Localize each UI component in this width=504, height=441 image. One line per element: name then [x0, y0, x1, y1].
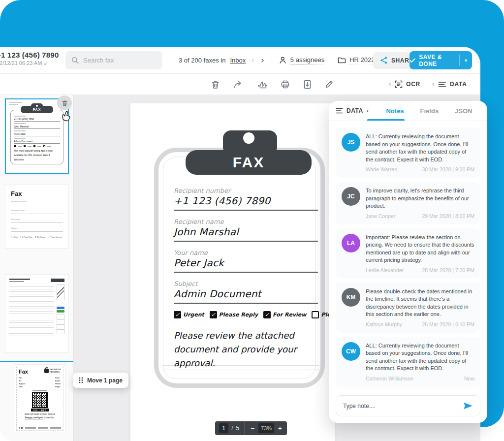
fax-fields: Recipient number +1 123 (456) 7890 Recip… — [174, 187, 318, 304]
check-icon — [410, 58, 415, 63]
save-done-button[interactable]: SAVE & DONE ▾ — [410, 51, 472, 69]
checkbox-icon — [312, 311, 319, 318]
search-input[interactable] — [83, 57, 157, 64]
inbox-link[interactable]: Inbox — [230, 57, 246, 64]
note-timestamp: 28 Mar 2020 | 7:30 PM — [422, 267, 474, 273]
cover-footer: iFax — [19, 425, 61, 429]
search-box[interactable] — [65, 51, 162, 69]
folder-chip[interactable]: HR 2022 — [338, 56, 375, 65]
fax-sender-block: +1 123 (456) 7890 22/12/21 06:23 AM ↙ — [0, 51, 59, 66]
data-panel-toggle[interactable]: ‹ DATA — [432, 74, 467, 94]
note-text: To improve clarity, let's rephrase the t… — [366, 187, 474, 210]
form-doc-signature — [57, 284, 64, 300]
page-thumbnail-4[interactable]: Fax ENCRYPTED FACSIMILE Fax:To:Subject:D… — [14, 364, 66, 433]
collapse-chevron-icon: ‹ — [432, 80, 435, 89]
delete-button[interactable] — [211, 80, 220, 89]
blank-fax-checkbox: Urgent — [11, 236, 18, 238]
avatar: JC — [342, 187, 360, 206]
note-input[interactable] — [343, 403, 459, 410]
divider — [272, 55, 272, 66]
sender-phone: +1 123 (456) 7890 — [0, 51, 59, 59]
zoom-level: 73% — [258, 423, 274, 433]
fax-field-value: Peter Jack — [174, 256, 318, 273]
search-icon — [71, 57, 79, 64]
previous-fax-button[interactable]: ‹ — [250, 56, 255, 64]
fax-field-label: Recipient name — [174, 218, 318, 225]
mini-your-name: Peter Jack — [14, 132, 60, 136]
panel-data-label: DATA — [346, 107, 363, 114]
download-button[interactable] — [303, 80, 312, 89]
mini-fax-body: +1 123 (456) 7890 John Marshal Peter Jac… — [10, 110, 63, 164]
note-card: JC To improve clarity, let's rephrase th… — [336, 182, 480, 224]
data-lines-icon — [438, 81, 446, 88]
form-doc-header — [9, 279, 64, 282]
blank-fax-field: Subject — [11, 227, 63, 232]
checkbox-icon — [174, 311, 181, 318]
save-dropdown-caret[interactable]: ▾ — [460, 51, 472, 69]
fax-navigation: 3 of 200 faxes in Inbox ‹ › 5 assignees — [179, 47, 375, 74]
note-timestamp: Now — [464, 376, 474, 381]
signature-button[interactable] — [257, 80, 267, 89]
tab-fields[interactable]: Fields — [420, 107, 439, 115]
form-doc-table — [57, 315, 64, 334]
page-separator: / — [231, 425, 233, 431]
page-insert-indicator — [0, 361, 73, 362]
total-pages: 5 — [236, 425, 239, 432]
divider — [244, 421, 245, 435]
blank-fax-field: Recipient name — [11, 209, 63, 214]
panel-data-menu[interactable]: DATA › — [336, 107, 378, 114]
edit-button[interactable] — [325, 80, 334, 89]
tab-notes[interactable]: Notes — [386, 107, 404, 115]
next-fax-button[interactable]: › — [260, 56, 265, 64]
active-tab-indicator — [367, 119, 405, 121]
fax-checkbox-label: For Review — [273, 312, 306, 318]
ocr-label: OCR — [406, 81, 420, 88]
save-done-label: SAVE & DONE — [419, 54, 459, 67]
notes-panel: DATA › Notes Fields JSON JS ALL: Current… — [329, 101, 487, 423]
fax-form: Recipient number +1 123 (456) 7890 Recip… — [174, 187, 318, 370]
notes-panel-header: DATA › Notes Fields JSON — [329, 101, 487, 121]
data-label: DATA — [450, 81, 467, 88]
move-page-handle[interactable]: Move 1 page — [73, 373, 128, 388]
zoom-out-button[interactable]: − — [250, 425, 255, 432]
folder-label: HR 2022 — [349, 56, 375, 65]
thumbnail-delete-button[interactable] — [57, 95, 72, 110]
trash-icon — [211, 80, 220, 89]
fax-checkbox: For Review — [263, 311, 306, 318]
note-text: Please double-check the dates mentioned … — [366, 288, 474, 318]
encrypted-badge: ENCRYPTED FACSIMILE — [44, 369, 61, 373]
print-button[interactable] — [281, 80, 290, 89]
page-thumbnail-3[interactable] — [5, 274, 69, 353]
note-timestamp: 30 Mar 2020 | 9:30 PM — [422, 166, 474, 172]
page-thumbnail-2[interactable]: Fax Recipient number Recipient name — [5, 185, 69, 249]
note-card: CW ALL: Currently reviewing the document… — [336, 337, 480, 387]
fax-message: Please review the attached document and … — [174, 329, 303, 370]
fax-field-label: Recipient number — [174, 187, 318, 194]
page-thumbnail-1-selected[interactable]: FAX +1 123 (456) 7890 John Marshal Peter… — [5, 98, 69, 174]
note-input-box[interactable] — [336, 395, 480, 416]
page-controls-bar: 1 / 5 − 73% + — [215, 421, 287, 435]
send-icon — [463, 402, 473, 410]
fax-checkboxes: Urgent Please Reply For Review — [174, 311, 318, 318]
blank-fax-checkbox: Please Comment — [48, 236, 62, 238]
current-page-box[interactable]: 1 — [219, 423, 228, 433]
qr-caption: Scan QR code or enter code at faxapp.com… — [19, 413, 61, 419]
blank-fax-fields: Recipient number Recipient name Your nam… — [11, 200, 63, 232]
signature-icon — [257, 80, 267, 89]
avatar: CW — [342, 342, 360, 361]
note-timestamp: 26 Mar 2020 | 6:10 PM — [422, 321, 474, 327]
note-card: JS ALL: Currently reviewing the document… — [336, 127, 480, 178]
forward-button[interactable] — [233, 80, 244, 89]
lock-icon — [44, 369, 49, 373]
mini-subject: Admin Document — [14, 140, 60, 144]
mini-fax-clip: FAX — [21, 106, 53, 113]
tab-json[interactable]: JSON — [455, 107, 472, 115]
fax-clip-title: FAX — [233, 154, 264, 171]
mini-recipient-number: +1 123 (456) 7890 — [14, 118, 60, 122]
send-note-button[interactable] — [463, 402, 473, 410]
fax-document-page[interactable]: FAX Recipient number +1 123 (456) 7890 — [130, 103, 335, 441]
assignees-chip[interactable]: 5 assignees — [279, 56, 324, 65]
ocr-panel-toggle[interactable]: ‹ OCR — [388, 74, 420, 94]
clipboard-clip-bar: FAX — [186, 150, 312, 175]
zoom-in-button[interactable]: + — [277, 425, 283, 432]
